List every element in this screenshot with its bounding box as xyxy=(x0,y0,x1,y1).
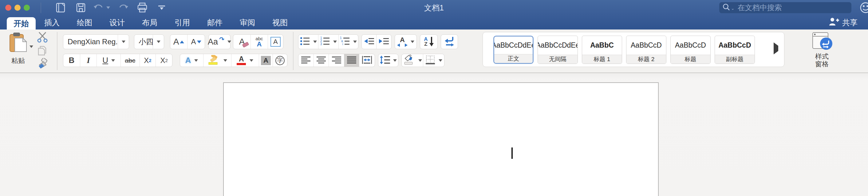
search-scope-chevron[interactable]: ⌄ xyxy=(731,6,735,11)
line-spacing-button[interactable] xyxy=(378,54,398,67)
document-page[interactable] xyxy=(223,82,659,196)
chevron-down-icon xyxy=(411,40,414,43)
character-shading-button[interactable]: A xyxy=(259,54,273,67)
shrink-font-button[interactable]: A xyxy=(187,35,205,49)
style-name: 标题 xyxy=(671,55,710,64)
style-name: 标题 2 xyxy=(626,55,666,64)
feedback-smiley-icon[interactable] xyxy=(859,2,868,14)
styles-pane-label-2: 窗格 xyxy=(815,61,829,68)
strikethrough-button[interactable]: abc xyxy=(121,54,140,67)
style-card-heading2[interactable]: AaBbCcD 标题 2 xyxy=(626,36,666,64)
underline-label: U xyxy=(102,56,108,65)
tab-home[interactable]: 开始 xyxy=(7,17,36,30)
increase-indent-icon xyxy=(379,37,389,47)
print-button[interactable] xyxy=(136,2,149,13)
enclose-characters-label: 字 xyxy=(275,56,285,65)
style-card-no-spacing[interactable]: AaBbCcDdEe 无间隔 xyxy=(537,36,578,64)
sort-button[interactable]: A Z xyxy=(420,34,438,49)
triangle-up-icon xyxy=(180,40,184,43)
tab-references[interactable]: 引用 xyxy=(166,15,198,30)
subscript-button[interactable]: X2 xyxy=(140,54,156,67)
align-left-button[interactable] xyxy=(299,54,314,67)
change-case-button[interactable]: Aa ↷ xyxy=(208,34,230,49)
paste-dropdown-chevron[interactable] xyxy=(30,45,33,48)
show-formatting-marks-button[interactable] xyxy=(441,34,458,49)
alignment-group xyxy=(298,54,375,67)
style-card-heading1[interactable]: AaBbC 标题 1 xyxy=(582,36,622,64)
share-person-plus-icon xyxy=(829,17,839,28)
customize-toolbar-button[interactable] xyxy=(156,2,167,13)
tab-design[interactable]: 设计 xyxy=(101,15,133,30)
tab-review[interactable]: 审阅 xyxy=(231,15,264,30)
superscript-button[interactable]: X2 xyxy=(156,54,172,67)
style-card-subtitle[interactable]: AaBbCcD 副标题 xyxy=(715,36,755,64)
borders-button[interactable] xyxy=(423,54,444,67)
shading-border-group xyxy=(401,54,444,67)
format-painter-button[interactable] xyxy=(34,58,51,71)
clear-formatting-button[interactable]: A xyxy=(233,35,251,49)
styles-pane-button[interactable]: 样式 窗格 xyxy=(806,32,838,71)
tab-insert[interactable]: 插入 xyxy=(36,15,68,30)
zoom-button[interactable] xyxy=(24,5,30,11)
phonetic-guide-button[interactable]: abc A xyxy=(251,35,268,49)
borders-icon xyxy=(425,55,435,66)
justify-button[interactable] xyxy=(344,54,360,67)
tab-layout[interactable]: 布局 xyxy=(133,15,166,30)
italic-label: I xyxy=(87,56,90,65)
asian-layout-button[interactable]: A xyxy=(395,34,417,49)
increase-indent-button[interactable] xyxy=(376,35,391,49)
share-button[interactable]: 共享 xyxy=(829,15,858,30)
font-size-select[interactable]: 小四 xyxy=(134,34,164,49)
bold-button[interactable]: B xyxy=(63,54,80,67)
multilevel-list-button[interactable]: 1ai xyxy=(339,35,358,49)
numbering-button[interactable]: 123 xyxy=(318,35,338,49)
arrow-down-icon xyxy=(429,37,434,47)
text-effects-button[interactable]: A xyxy=(180,54,204,67)
style-card-normal[interactable]: AaBbCcDdEe 正文 xyxy=(493,36,534,64)
style-cards: AaBbCcDdEe 正文 AaBbCcDdEe 无间隔 AaBbC 标题 1 … xyxy=(493,36,755,64)
tab-draw[interactable]: 绘图 xyxy=(68,15,101,30)
font-color-button[interactable]: A xyxy=(231,54,259,67)
styles-gallery-expand-button[interactable] xyxy=(774,46,778,51)
shading-button[interactable] xyxy=(402,54,423,67)
character-border-button[interactable]: A xyxy=(268,35,283,49)
copy-button[interactable] xyxy=(35,45,50,57)
paste-clipboard-icon xyxy=(8,32,28,56)
group-separator xyxy=(57,32,58,70)
align-center-button[interactable] xyxy=(314,54,329,67)
tab-view[interactable]: 视图 xyxy=(264,15,296,30)
style-card-title[interactable]: AaBbCcD 标题 xyxy=(670,36,711,64)
paragraph-marks-icon xyxy=(444,36,455,47)
search-input[interactable] xyxy=(737,3,848,12)
phonetic-a-label: A xyxy=(257,41,262,47)
paste-button[interactable]: 粘贴 xyxy=(2,31,34,70)
align-right-button[interactable] xyxy=(329,54,344,67)
bullets-button[interactable] xyxy=(299,35,318,49)
chevron-down-icon xyxy=(353,40,357,43)
search-box[interactable]: ⌄ xyxy=(719,2,851,13)
grow-font-button[interactable]: A xyxy=(170,35,187,49)
distribute-text-button[interactable] xyxy=(359,54,375,67)
style-name: 正文 xyxy=(494,54,533,63)
font-family-dropdown[interactable] xyxy=(118,35,129,49)
document-area[interactable] xyxy=(0,73,868,196)
svg-text:i: i xyxy=(342,42,343,46)
new-document-button[interactable] xyxy=(55,2,66,13)
asian-layout-a: A xyxy=(400,37,405,43)
decrease-indent-button[interactable] xyxy=(362,35,376,49)
font-size-dropdown[interactable] xyxy=(153,35,164,49)
cut-button[interactable] xyxy=(34,31,51,44)
undo-dropdown[interactable] xyxy=(104,2,110,13)
enclose-characters-button[interactable]: 字 xyxy=(273,54,287,67)
undo-button[interactable] xyxy=(92,2,104,13)
subscript-digit: 2 xyxy=(149,58,151,63)
save-button[interactable] xyxy=(75,2,87,13)
font-family-select[interactable]: DengXian Reg... xyxy=(63,34,129,49)
tab-mailings[interactable]: 邮件 xyxy=(198,15,231,30)
italic-button[interactable]: I xyxy=(80,54,97,67)
redo-button[interactable] xyxy=(117,2,130,13)
minimize-button[interactable] xyxy=(14,5,21,11)
underline-button[interactable]: U xyxy=(97,54,121,67)
close-button[interactable] xyxy=(5,5,11,11)
highlight-color-button[interactable] xyxy=(204,54,231,67)
